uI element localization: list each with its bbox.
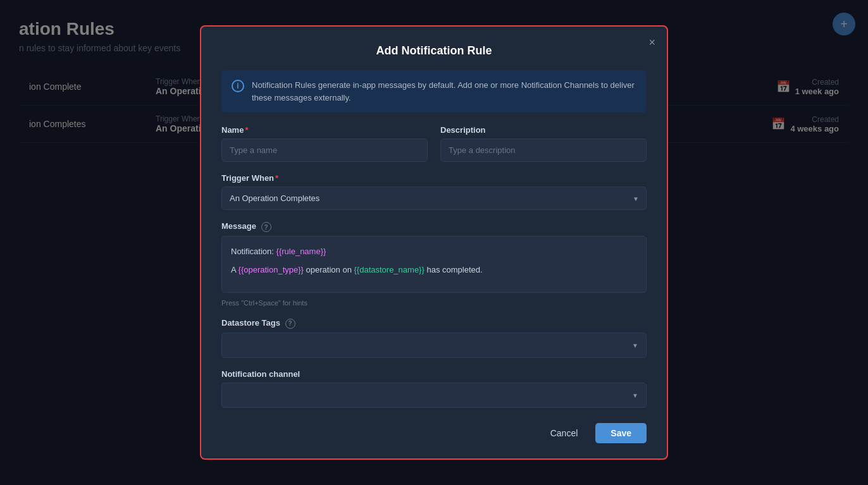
message-label: Message ?	[221, 221, 647, 232]
trigger-when-group: Trigger When* An Operation Completes	[221, 173, 647, 210]
name-description-row: Name* Description	[221, 125, 647, 162]
modal-footer: Cancel Save	[221, 423, 647, 443]
name-label: Name*	[221, 125, 428, 135]
datastore-tags-label: Datastore Tags ?	[221, 318, 647, 329]
description-input[interactable]	[440, 138, 647, 162]
datastore-name-var: {{datastore_name}}	[354, 265, 424, 274]
info-icon: i	[232, 80, 244, 92]
message-help-icon[interactable]: ?	[261, 222, 271, 232]
info-text: Notification Rules generate in-app messa…	[252, 79, 636, 104]
save-button[interactable]: Save	[595, 423, 647, 443]
description-label: Description	[440, 125, 647, 135]
operation-type-var: {{operation_type}}	[239, 265, 304, 274]
datastore-tags-select[interactable]	[221, 333, 647, 358]
modal-overlay: × Add Notification Rule i Notification R…	[0, 0, 868, 485]
required-star: *	[245, 125, 248, 135]
add-notification-rule-modal: × Add Notification Rule i Notification R…	[200, 25, 668, 459]
description-field-group: Description	[440, 125, 647, 162]
info-banner: i Notification Rules generate in-app mes…	[221, 70, 647, 113]
name-field-group: Name*	[221, 125, 428, 162]
modal-close-button[interactable]: ×	[648, 37, 655, 48]
message-group: Message ? Notification: {{rule_name}} A …	[221, 221, 647, 307]
modal-title: Add Notification Rule	[221, 44, 647, 58]
rule-name-var: {{rule_name}}	[276, 247, 326, 256]
message-template-line1: Notification: {{rule_name}}	[231, 244, 637, 259]
cancel-button[interactable]: Cancel	[540, 423, 588, 443]
notification-channel-label: Notification channel	[221, 369, 647, 379]
datastore-tags-help-icon[interactable]: ?	[285, 319, 295, 329]
datastore-tags-group: Datastore Tags ?	[221, 318, 647, 358]
notification-channel-group: Notification channel	[221, 369, 647, 408]
message-hint: Press "Ctrl+Space" for hints	[221, 299, 647, 307]
message-template-line2: A {{operation_type}} operation on {{data…	[231, 262, 637, 277]
required-star: *	[275, 173, 278, 183]
trigger-when-select[interactable]: An Operation Completes	[221, 187, 647, 210]
trigger-when-label: Trigger When*	[221, 173, 647, 183]
trigger-when-select-wrapper: An Operation Completes	[221, 187, 647, 210]
message-box[interactable]: Notification: {{rule_name}} A {{operatio…	[221, 236, 647, 293]
notification-channel-select[interactable]	[221, 383, 647, 408]
name-input[interactable]	[221, 138, 428, 162]
